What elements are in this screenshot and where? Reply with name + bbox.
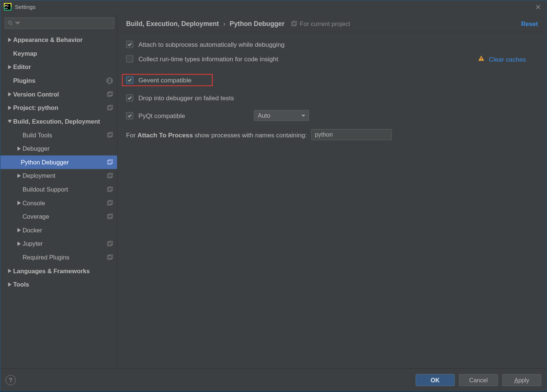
highlight-annotation: Gevent compatible xyxy=(122,74,213,86)
svg-rect-26 xyxy=(109,255,112,258)
sidebar-item-build-execution-deployment[interactable]: Build, Execution, Deployment xyxy=(0,115,117,128)
svg-rect-29 xyxy=(481,57,482,59)
breadcrumb: Build, Execution, Deployment › Python De… xyxy=(126,20,285,28)
chevron-right-icon xyxy=(6,104,13,111)
search-input[interactable] xyxy=(5,17,114,29)
warning-icon xyxy=(478,55,485,63)
sidebar-item-docker[interactable]: Docker xyxy=(0,223,117,237)
project-scope-icon xyxy=(107,173,113,179)
svg-rect-7 xyxy=(107,92,111,96)
svg-rect-30 xyxy=(481,60,482,61)
chevron-right-icon: › xyxy=(223,20,225,28)
svg-rect-16 xyxy=(109,173,112,177)
chevron-right-icon xyxy=(16,145,22,152)
sidebar-item-buildout-support[interactable]: Buildout Support xyxy=(0,183,117,196)
clear-caches-link[interactable]: Clear caches xyxy=(489,55,526,62)
chevron-right-icon xyxy=(6,268,13,274)
chevron-right-icon xyxy=(6,91,13,98)
checkbox-drop-into-debugger[interactable] xyxy=(126,94,133,101)
pyqt-mode-select[interactable]: Auto xyxy=(254,110,309,121)
svg-rect-10 xyxy=(109,105,112,109)
svg-rect-25 xyxy=(107,256,111,259)
sidebar-item-python-debugger[interactable]: Python Debugger xyxy=(0,156,117,169)
chevron-right-icon xyxy=(16,241,22,247)
checkbox-collect-types[interactable] xyxy=(126,55,133,62)
svg-rect-11 xyxy=(107,133,111,137)
search-icon xyxy=(8,20,13,26)
checkbox-attach-subprocess[interactable] xyxy=(126,40,133,48)
chevron-right-icon xyxy=(6,64,13,71)
sidebar-item-editor[interactable]: Editor xyxy=(0,60,117,74)
project-scope-icon xyxy=(107,105,113,111)
attach-process-filter-input[interactable] xyxy=(311,129,392,140)
checkbox-pyqt-compatible[interactable] xyxy=(126,112,133,119)
reset-link[interactable]: Reset xyxy=(521,20,538,27)
project-scope-icon xyxy=(107,213,113,219)
svg-rect-9 xyxy=(107,106,111,110)
sidebar-item-keymap[interactable]: Keymap xyxy=(0,47,117,61)
checkbox-label: Attach to subprocess automatically while… xyxy=(138,40,285,48)
sidebar-item-appearance[interactable]: Appearance & Behavior xyxy=(0,33,117,47)
attach-process-label: For Attach To Process show processes wit… xyxy=(126,131,307,138)
settings-main: Build, Execution, Deployment › Python De… xyxy=(118,13,546,368)
project-scope-icon xyxy=(107,132,113,138)
apply-button[interactable]: Apply xyxy=(502,374,541,386)
titlebar: PC Settings xyxy=(0,0,546,13)
checkbox-label: Drop into debugger on failed tests xyxy=(138,94,234,101)
project-scope-icon xyxy=(107,91,113,97)
dialog-title: Settings xyxy=(15,4,36,10)
settings-sidebar: Appearance & Behavior Keymap Editor Plug… xyxy=(0,13,118,368)
svg-rect-8 xyxy=(109,92,112,95)
app-logo-icon: PC xyxy=(4,3,12,11)
svg-rect-18 xyxy=(109,187,112,190)
breadcrumb-current: Python Debugger xyxy=(230,20,285,28)
chevron-down-icon xyxy=(6,118,13,125)
svg-rect-21 xyxy=(107,215,111,219)
project-scope-icon xyxy=(107,159,113,165)
sidebar-item-debugger[interactable]: Debugger xyxy=(0,142,117,156)
svg-rect-19 xyxy=(107,201,111,205)
help-button[interactable]: ? xyxy=(6,375,16,385)
sidebar-item-console[interactable]: Console xyxy=(0,196,117,210)
svg-rect-17 xyxy=(107,188,111,192)
select-value: Auto xyxy=(258,112,270,119)
sidebar-item-coverage[interactable]: Coverage xyxy=(0,210,117,223)
checkbox-gevent-compatible[interactable] xyxy=(126,76,133,83)
close-icon[interactable] xyxy=(533,2,543,12)
cancel-button[interactable]: Cancel xyxy=(459,374,498,386)
scope-indicator: For current project xyxy=(291,20,350,27)
svg-line-6 xyxy=(11,24,13,25)
chevron-right-icon xyxy=(16,172,22,179)
project-scope-icon xyxy=(107,186,113,192)
sidebar-item-version-control[interactable]: Version Control xyxy=(0,88,117,101)
svg-rect-13 xyxy=(107,160,111,164)
sidebar-item-jupyter[interactable]: Jupyter xyxy=(0,237,117,251)
sidebar-item-plugins[interactable]: Plugins 2 xyxy=(0,74,117,88)
svg-rect-22 xyxy=(109,214,112,218)
svg-text:PC: PC xyxy=(5,4,9,7)
breadcrumb-parent[interactable]: Build, Execution, Deployment xyxy=(126,20,219,28)
svg-rect-20 xyxy=(109,200,112,204)
sidebar-item-required-plugins[interactable]: Required Plugins xyxy=(0,251,117,264)
sidebar-item-project[interactable]: Project: python xyxy=(0,101,117,115)
sidebar-item-deployment[interactable]: Deployment xyxy=(0,169,117,183)
ok-button[interactable]: OK xyxy=(416,374,455,386)
project-scope-icon xyxy=(107,200,113,206)
update-badge: 2 xyxy=(106,77,113,84)
svg-rect-27 xyxy=(292,22,295,26)
sidebar-item-build-tools[interactable]: Build Tools xyxy=(0,128,117,142)
sidebar-item-languages-frameworks[interactable]: Languages & Frameworks xyxy=(0,264,117,278)
settings-tree: Appearance & Behavior Keymap Editor Plug… xyxy=(0,32,117,368)
settings-dialog: PC Settings Appearance & Behavior xyxy=(0,0,547,392)
settings-content: Attach to subprocess automatically while… xyxy=(118,32,546,368)
svg-rect-24 xyxy=(109,241,112,245)
project-scope-icon xyxy=(107,241,113,247)
checkbox-label: Collect run-time types information for c… xyxy=(138,55,278,62)
project-scope-icon xyxy=(107,254,113,260)
sidebar-item-tools[interactable]: Tools xyxy=(0,278,117,291)
svg-rect-12 xyxy=(109,133,112,136)
svg-rect-23 xyxy=(107,242,111,246)
dropdown-caret-icon xyxy=(301,114,305,117)
svg-point-5 xyxy=(8,21,11,24)
chevron-right-icon xyxy=(16,200,22,206)
